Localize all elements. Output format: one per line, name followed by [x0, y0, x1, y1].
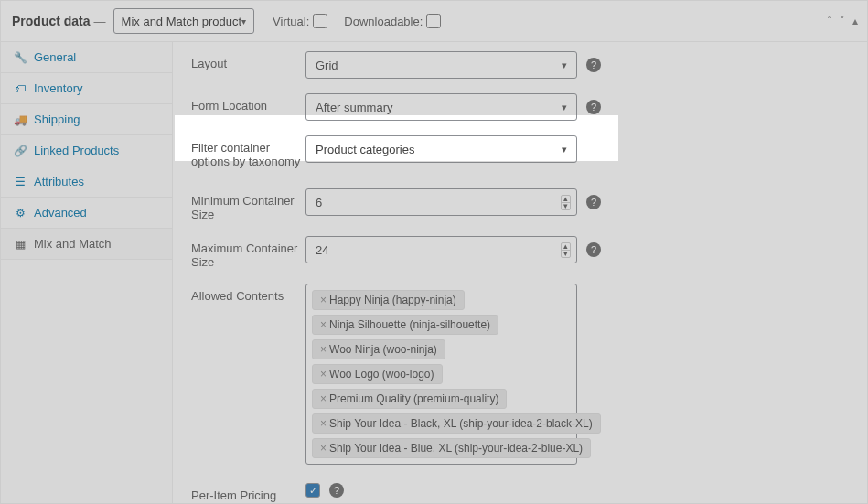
min-container-input[interactable] [316, 196, 561, 209]
max-stepper[interactable]: ▴ ▾ [561, 242, 571, 258]
per-item-pricing-label: Per-Item Pricing [191, 483, 305, 502]
chevron-down-icon: ▾ [562, 144, 567, 155]
help-icon[interactable]: ? [586, 195, 601, 209]
layout-select[interactable]: Grid ▾ [305, 51, 577, 79]
collapse-down-icon[interactable]: ˅ [840, 15, 845, 27]
sidebar-label: General [34, 50, 76, 64]
tag-icon: 🏷 [14, 82, 27, 95]
step-down-icon[interactable]: ▾ [562, 251, 570, 257]
tag-item[interactable]: ×Happy Ninja (happy-ninja) [312, 290, 465, 310]
help-icon[interactable]: ? [586, 100, 601, 114]
tag-text: Woo Ninja (woo-ninja) [329, 343, 437, 356]
row-allowed-contents: Allowed Contents ×Happy Ninja (happy-nin… [191, 284, 849, 465]
link-icon: 🔗 [14, 145, 27, 157]
product-type-value: Mix and Match product [122, 15, 242, 28]
sidebar: 🔧 General 🏷 Inventory 🚚 Shipping 🔗 Linke… [1, 42, 173, 503]
tag-item[interactable]: ×Premium Quality (premium-quality) [312, 389, 507, 409]
virtual-checkbox[interactable] [313, 14, 327, 28]
filter-taxonomy-select[interactable]: Product categories ▾ [305, 135, 577, 163]
allowed-contents-box[interactable]: ×Happy Ninja (happy-ninja) ×Ninja Silhou… [305, 284, 577, 465]
remove-icon[interactable]: × [320, 417, 327, 430]
remove-icon[interactable]: × [320, 294, 327, 306]
min-stepper[interactable]: ▴ ▾ [561, 195, 571, 210]
tag-item[interactable]: ×Ship Your Idea - Black, XL (ship-your-i… [312, 413, 601, 434]
list-icon: ☰ [14, 176, 27, 188]
product-data-panel: Product data — Mix and Match product ▾ V… [0, 0, 868, 504]
sidebar-label: Linked Products [34, 144, 119, 157]
dash: — [94, 15, 106, 28]
row-min-container: Minimum Container Size ▴ ▾ ? [191, 188, 849, 221]
filter-label: Filter container options by taxonomy [191, 135, 305, 168]
tag-text: Ninja Silhouette (ninja-silhouette) [329, 318, 490, 331]
row-layout: Layout Grid ▾ ? [191, 51, 849, 79]
sidebar-label: Inventory [34, 81, 82, 95]
downloadable-option: Downloadable: [344, 14, 441, 28]
chevron-down-icon: ▾ [562, 59, 567, 71]
min-label: Minimum Container Size [191, 188, 305, 221]
sidebar-item-linked-products[interactable]: 🔗 Linked Products [1, 135, 172, 166]
max-container-input-wrap: ▴ ▾ [305, 236, 577, 263]
product-type-select[interactable]: Mix and Match product ▾ [113, 8, 255, 34]
layout-label: Layout [191, 51, 305, 70]
tag-text: Woo Logo (woo-logo) [329, 368, 434, 381]
tag-item[interactable]: ×Woo Logo (woo-logo) [312, 364, 443, 384]
remove-icon[interactable]: × [320, 318, 327, 331]
panel-toggle-icon[interactable]: ▴ [852, 15, 858, 27]
form-location-label: Form Location [191, 93, 305, 113]
sidebar-label: Advanced [34, 206, 87, 220]
allowed-label: Allowed Contents [191, 284, 305, 303]
gear-icon: ⚙ [14, 207, 27, 220]
tag-text: Ship Your Idea - Blue, XL (ship-your-ide… [329, 442, 583, 455]
virtual-label: Virtual: [273, 15, 309, 28]
downloadable-label: Downloadable: [344, 15, 423, 28]
chevron-down-icon: ▾ [241, 16, 246, 27]
tag-text: Premium Quality (premium-quality) [329, 392, 498, 405]
virtual-option: Virtual: [273, 14, 327, 28]
downloadable-checkbox[interactable] [426, 14, 441, 28]
row-max-container: Maximum Container Size ▴ ▾ ? [191, 236, 849, 269]
form-location-select[interactable]: After summary ▾ [305, 93, 577, 121]
wrench-icon: 🔧 [14, 51, 27, 64]
tag-item[interactable]: ×Ninja Silhouette (ninja-silhouette) [312, 315, 498, 335]
remove-icon[interactable]: × [320, 343, 327, 356]
max-label: Maximum Container Size [191, 236, 305, 269]
grid-icon: ▦ [14, 238, 27, 251]
tag-text: Happy Ninja (happy-ninja) [329, 294, 456, 306]
sidebar-item-advanced[interactable]: ⚙ Advanced [1, 198, 172, 229]
remove-icon[interactable]: × [320, 392, 327, 405]
help-icon[interactable]: ? [586, 58, 601, 72]
sidebar-item-inventory[interactable]: 🏷 Inventory [1, 73, 172, 104]
sidebar-item-attributes[interactable]: ☰ Attributes [1, 166, 172, 198]
collapse-up-icon[interactable]: ˄ [827, 15, 832, 27]
sidebar-item-shipping[interactable]: 🚚 Shipping [1, 104, 172, 135]
sidebar-label: Shipping [34, 113, 80, 126]
sidebar-item-mix-and-match[interactable]: ▦ Mix and Match [1, 229, 172, 260]
tag-item[interactable]: ×Ship Your Idea - Blue, XL (ship-your-id… [312, 438, 591, 458]
layout-value: Grid [316, 59, 562, 72]
max-container-input[interactable] [316, 243, 561, 257]
header-options: Virtual: Downloadable: [273, 14, 441, 28]
form-location-value: After summary [316, 101, 562, 114]
truck-icon: 🚚 [14, 113, 27, 126]
tag-item[interactable]: ×Woo Ninja (woo-ninja) [312, 339, 445, 359]
panel-header: Product data — Mix and Match product ▾ V… [1, 1, 867, 42]
content-area: Layout Grid ▾ ? Form Location After summ… [173, 42, 867, 503]
per-item-pricing-checkbox[interactable]: ✓ [305, 483, 320, 498]
row-per-item-pricing: Per-Item Pricing ✓ ? [191, 483, 849, 502]
check-icon: ✓ [309, 485, 317, 497]
sidebar-item-general[interactable]: 🔧 General [1, 42, 172, 73]
row-form-location: Form Location After summary ▾ ? [191, 93, 849, 121]
remove-icon[interactable]: × [320, 442, 327, 455]
step-down-icon[interactable]: ▾ [562, 203, 570, 209]
min-container-input-wrap: ▴ ▾ [305, 188, 577, 216]
help-icon[interactable]: ? [586, 242, 601, 257]
sidebar-label: Attributes [34, 175, 84, 188]
panel-header-icons: ˄ ˅ ▴ [827, 15, 858, 27]
chevron-down-icon: ▾ [562, 102, 567, 113]
remove-icon[interactable]: × [320, 368, 327, 381]
help-icon[interactable]: ? [329, 483, 344, 498]
tag-text: Ship Your Idea - Black, XL (ship-your-id… [329, 417, 593, 430]
row-filter-taxonomy: Filter container options by taxonomy Pro… [191, 135, 849, 168]
panel-title: Product data [12, 14, 91, 28]
sidebar-label: Mix and Match [34, 237, 112, 251]
